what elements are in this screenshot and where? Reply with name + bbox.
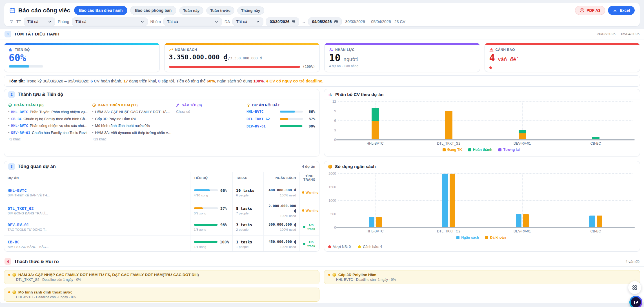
y-tick-label: 1000 [328, 199, 336, 203]
section4-header: 4 Thách thức & Rủi ro 4 vấn đề [0, 256, 644, 267]
warning-sphere-icon [12, 290, 16, 294]
quick-range-thang-nay[interactable]: Tháng này [237, 6, 264, 15]
cv-distribution-chart-panel: Phân bổ CV theo dự án 036912 HHL-BVTCDTL… [324, 89, 640, 156]
project-table-row[interactable]: DEV-RV-01TẠO TOOLS TỰ ĐỘNG T...98%1/3 xo… [4, 218, 319, 236]
kpi-card-canh-bao: CẢNH BÁO 4 vấn đề [485, 43, 640, 72]
pdf-export-button[interactable]: PDF A3 [575, 6, 605, 15]
tab-bao-cao-phong-ban[interactable]: Báo cáo phòng ban [130, 6, 176, 15]
bar-segment [372, 108, 379, 121]
calendar-icon [334, 20, 338, 24]
section1-number-badge: 1 [5, 31, 11, 37]
gridline [338, 101, 632, 102]
main-sheet: 1 TÓM TẮT ĐIỀU HÀNH 30/03/2026 — 05/04/2… [0, 29, 644, 303]
doing-more: +13 khác [92, 137, 173, 141]
rocket-icon [176, 103, 180, 107]
chevron-down-icon [256, 20, 260, 24]
x-category-label: HHL-BVTC [367, 229, 383, 233]
bar [442, 174, 448, 228]
done-column: HOÀN THÀNH (6) •HHL-BVTCPhần Tuyến: Phân… [8, 103, 89, 141]
section3-number-badge: 3 [8, 163, 15, 170]
done-list-item: •CB-BCChuẩn bị bộ Family theo điển hình … [8, 116, 89, 122]
risk-grid: HẦM 3A: CẬP NHẬP CÁC FAMILY ĐỐT HẦM TỪ F… [0, 267, 644, 303]
executive-summary: Tóm tắt: Trong kỳ 30/03/2026 – 05/04/202… [4, 75, 640, 87]
filter-da-select[interactable]: Tất cả [232, 17, 263, 26]
kpi-tien-do-value: 60% [9, 53, 155, 63]
x-category-label: HHL-BVTC [367, 142, 383, 145]
category-gridline [449, 174, 449, 228]
chart-footer-stat: Cảnh báo: 4 [358, 245, 382, 249]
range-arrow: → [302, 19, 306, 24]
kpi-canh-bao-label: CẢNH BÁO [496, 48, 515, 52]
bar [376, 217, 382, 228]
bar [523, 214, 529, 228]
section2-number-badge: 2 [8, 91, 15, 98]
y-tick-label: 500 [328, 212, 336, 216]
gridline [338, 173, 632, 174]
risk-card[interactable]: Cấp 3D Polyline HầmHHL-BVTC · Deadline c… [324, 270, 640, 284]
category-gridline [522, 174, 523, 228]
project-table-row[interactable]: HHL-BVTCBIM-THIẾT KẾ BẢN VẼ TH...66%4/10… [4, 184, 319, 201]
x-axis-line [336, 139, 635, 140]
project-table-row[interactable]: CB-BCBIM FS CAO BẰNG - BẮC...100%1/1 xon… [4, 236, 319, 252]
tab-bao-cao-ban-dieu-hanh[interactable]: Báo cáo Ban điều hành [74, 6, 127, 15]
kpi-card-tien-do: TIẾN ĐỘ 60% [4, 43, 160, 72]
quick-range-tuan-truoc[interactable]: Tuần trước [206, 6, 234, 15]
risk-bullet-icon [328, 274, 330, 276]
excel-export-button[interactable]: Excel [608, 6, 635, 15]
project-table-row[interactable]: DTL_TKKT_G2BIM ĐỒNG ĐĂNG TRÀ LĨ...37%0/9… [4, 201, 319, 218]
date-to-input[interactable]: 04/05/2026 [308, 17, 341, 26]
section4-title: Thách thức & Rủi ro [14, 259, 59, 264]
app-launcher-button[interactable] [628, 281, 641, 294]
kpi-ngan-sach-progressbar [169, 66, 300, 68]
warning-sphere-icon [12, 273, 16, 277]
y-tick-label: 9 [328, 109, 336, 113]
risk-card[interactable]: HẦM 3A: CẬP NHẬP CÁC FAMILY ĐỐT HẦM TỪ F… [4, 270, 319, 284]
quick-range-tuan-nay[interactable]: Tuần này [179, 6, 203, 15]
achievements-panel: 2 Thành tựu & Tiến độ HOÀN THÀNH (6) •HH… [4, 89, 319, 156]
risk-card[interactable]: Mô hình rãnh đỉnh thoát nướcHHL-BVTC · D… [4, 288, 319, 302]
legend-item: Đang TK [443, 148, 462, 152]
bar [369, 217, 374, 228]
y-tick-label: 12 [328, 100, 336, 104]
filter-nhom-label: Nhóm [150, 19, 161, 24]
filter-nhom-select[interactable]: Tất cả [163, 17, 222, 26]
bar-segment [519, 130, 526, 133]
chart-footer-stat: Vượt NS: 0 [328, 245, 351, 249]
apps-grid-icon [631, 284, 638, 291]
category-gridline [596, 102, 596, 140]
upcoming-empty: Chưa có [176, 109, 244, 114]
assistant-avatar-button[interactable] [629, 296, 642, 307]
filter-phong-select[interactable]: Tất cả [72, 17, 148, 26]
risk-bullet-icon [8, 291, 10, 293]
y-tick-label: 6 [328, 119, 336, 123]
x-axis-line [336, 227, 635, 228]
featured-column: DỰ ÁN NỔI BẬT HHL-BVTC66%DTL_TKKT_G237%D… [247, 103, 315, 141]
y-tick-label: 2000 [328, 172, 336, 176]
alert-dot [489, 66, 492, 69]
kpi-nhan-luc-sub: 4 dự án · Cân bằng [329, 64, 475, 68]
cv-chart-title: Phân bổ CV theo dự án [335, 92, 383, 97]
date-from-input[interactable]: 03/30/2026 [266, 17, 299, 26]
doing-list-item: •HẦM 3A: CẬP NHẬP CÁC FAMILY ĐỐT HẦM TỪ … [92, 109, 173, 115]
section1-date-range: 30/03/2026 — 05/04/2026 [597, 32, 639, 36]
bar [450, 174, 455, 228]
assistant-avatar [631, 297, 641, 307]
section3-count: 4 dự án [302, 164, 315, 169]
x-category-label: DTL_TKKT_G2 [437, 142, 460, 145]
doing-list-item: •Cấp 3D Polyline Hầm 0% [92, 116, 173, 122]
calendar-icon [9, 7, 15, 14]
legend-item: Hoàn thành [468, 148, 492, 152]
section1-title: TÓM TẮT ĐIỀU HÀNH [14, 32, 59, 36]
check-circle-icon [8, 103, 12, 107]
filter-tt-select[interactable]: Tất cả [24, 17, 55, 26]
x-category-label: CB-BC [590, 229, 601, 233]
gridline [338, 214, 632, 214]
trophy-icon [247, 103, 250, 107]
col-tinh-trang: TÌNH TRẠNG [299, 172, 319, 184]
section3-title: Tổng quan dự án [18, 164, 56, 169]
calendar-icon [292, 20, 296, 24]
kpi-card-nhan-luc: NHÂN LỰC 10 người 4 dự án · Cân bằng [324, 43, 480, 72]
doing-list-item: •Mô hình rãnh đỉnh thoát nước 0% [92, 123, 173, 128]
category-gridline [375, 174, 376, 228]
section2-title: Thành tựu & Tiến độ [18, 92, 63, 97]
